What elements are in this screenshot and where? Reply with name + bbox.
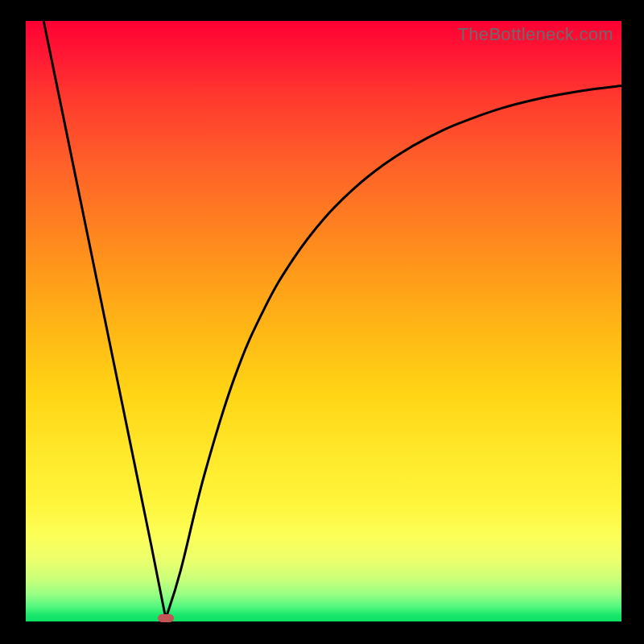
vertex-marker	[158, 614, 174, 622]
curve-svg	[26, 21, 621, 621]
watermark-text: TheBottleneck.com	[458, 24, 613, 45]
plot-area: TheBottleneck.com	[26, 21, 621, 621]
chart-frame: TheBottleneck.com	[0, 0, 644, 644]
bottleneck-curve-path	[43, 21, 621, 618]
